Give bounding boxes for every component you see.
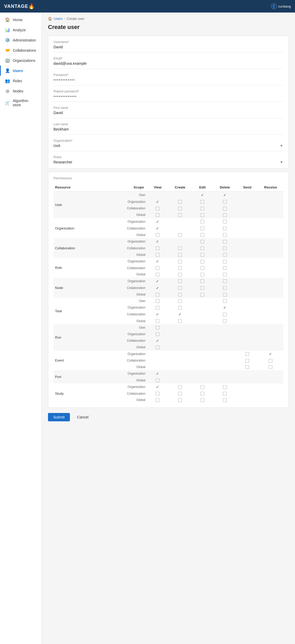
scope-cell: Own — [104, 298, 147, 304]
password-value[interactable]: •••••••••••• — [53, 78, 283, 82]
organization-label: Organization* — [53, 139, 283, 143]
resource-cell: Organization — [53, 218, 104, 238]
scope-cell: Collaboration — [104, 205, 147, 212]
scope-cell: Organization — [104, 278, 147, 285]
app-layout: 🏠 Home 📊 Analyze ⚙️ Administration 🤝 Col… — [0, 13, 295, 644]
scope-cell: Global — [104, 251, 147, 258]
user-avatar-icon: 👤 — [271, 3, 277, 9]
scope-cell: Own — [104, 324, 147, 331]
table-row: TaskOwn — [53, 298, 283, 304]
sidebar-item-organizations[interactable]: 🏢 Organizations — [0, 55, 41, 66]
organization-field: Organization* UvA ▼ — [53, 139, 283, 151]
table-row: PortOrganization✓ — [53, 370, 283, 377]
logo-text: VANTAGE — [4, 4, 28, 9]
sidebar-item-roles[interactable]: 👥 Roles — [0, 76, 41, 86]
repeat-password-value[interactable]: ••••••••••••• — [53, 94, 283, 98]
breadcrumb-users-link[interactable]: Users — [54, 17, 63, 21]
resource-cell: Task — [53, 298, 104, 324]
table-row: OrganizationOrganization✓ — [53, 218, 283, 225]
breadcrumb-separator: / — [64, 17, 65, 21]
first-name-field: First name David — [53, 106, 283, 118]
top-navigation: VANTAGE 🔥 👤 cunliang — [0, 0, 295, 13]
repeat-password-label: Repeat password* — [53, 90, 283, 93]
breadcrumb-home-icon: 🏠 — [48, 17, 52, 21]
col-header-resource: Resource — [53, 183, 104, 192]
sidebar-item-administration[interactable]: ⚙️ Administration — [0, 35, 41, 45]
resource-cell: Run — [53, 324, 104, 350]
logo[interactable]: VANTAGE 🔥 — [4, 3, 35, 9]
col-header-create: Create — [168, 183, 192, 192]
cancel-button[interactable]: Cancel — [73, 413, 93, 421]
sidebar-label-organizations: Organizations — [13, 58, 35, 63]
scope-cell: Organization — [104, 304, 147, 311]
organization-icon: 🏢 — [5, 58, 10, 63]
sidebar-label-home: Home — [13, 18, 22, 22]
table-row: RunOwn — [53, 324, 283, 331]
user-menu[interactable]: 👤 cunliang — [271, 3, 291, 9]
scope-cell: Global — [104, 364, 147, 370]
scope-cell: Global — [104, 377, 147, 383]
sidebar-item-algorithm-store[interactable]: 🛒 Algorithm store — [0, 96, 41, 110]
breadcrumb-current: Create user — [67, 17, 85, 21]
scope-cell: Global — [104, 344, 147, 351]
sidebar-item-users[interactable]: 👤 Users — [0, 66, 41, 76]
action-buttons: Submit Cancel — [48, 413, 289, 421]
chevron-down-icon: ▼ — [280, 144, 283, 148]
scope-cell: Organization — [104, 383, 147, 390]
username-label: Username* — [53, 40, 283, 44]
home-icon: 🏠 — [5, 17, 10, 22]
sidebar: 🏠 Home 📊 Analyze ⚙️ Administration 🤝 Col… — [0, 13, 42, 644]
resource-cell: Port — [53, 370, 104, 383]
email-label: Email* — [53, 57, 283, 60]
submit-button[interactable]: Submit — [48, 413, 70, 421]
col-header-view: View — [147, 183, 168, 192]
last-name-value[interactable]: Beckham — [53, 127, 283, 131]
table-row: UserOwn✓✓ — [53, 192, 283, 199]
collaboration-icon: 🤝 — [5, 48, 10, 53]
sidebar-item-home[interactable]: 🏠 Home — [0, 15, 41, 25]
table-row: CollaborationOrganization✓ — [53, 238, 283, 245]
username-field: Username* David — [53, 40, 283, 52]
scope-cell: Collaboration — [104, 390, 147, 397]
sidebar-item-analyze[interactable]: 📊 Analyze — [0, 25, 41, 35]
scope-cell: Global — [104, 397, 147, 403]
roles-select[interactable]: Researcher ▼ — [53, 160, 283, 164]
users-icon: 👤 — [5, 68, 10, 73]
repeat-password-field: Repeat password* ••••••••••••• — [53, 90, 283, 102]
resource-cell: Role — [53, 258, 104, 278]
sidebar-item-collaborations[interactable]: 🤝 Collaborations — [0, 45, 41, 55]
organization-select[interactable]: UvA ▼ — [53, 144, 283, 148]
sidebar-label-administration: Administration — [13, 38, 36, 42]
first-name-label: First name — [53, 106, 283, 110]
scope-cell: Organization — [104, 258, 147, 265]
table-row: NodeOrganization✓ — [53, 278, 283, 285]
scope-cell: Collaboration — [104, 265, 147, 271]
email-value[interactable]: david@uva.example — [53, 61, 283, 66]
permissions-table: Resource Scope View Create Edit Delete S… — [53, 183, 283, 403]
permissions-title: Permissions — [53, 176, 283, 180]
page-title: Create user — [48, 24, 289, 31]
sidebar-item-nodes[interactable]: ◎ Nodes — [0, 86, 41, 96]
resource-cell: Event — [53, 351, 104, 370]
algorithm-store-icon: 🛒 — [5, 101, 10, 105]
scope-cell: Organization — [104, 218, 147, 225]
scope-cell: Organization — [104, 198, 147, 205]
col-header-send: Send — [237, 183, 258, 192]
scope-cell: Global — [104, 318, 147, 324]
breadcrumb: 🏠 Users / Create user — [48, 17, 289, 21]
last-name-label: Last name — [53, 122, 283, 126]
scope-cell: Global — [104, 271, 147, 278]
scope-cell: Collaboration — [104, 245, 147, 251]
email-field: Email* david@uva.example — [53, 57, 283, 69]
analyze-icon: 📊 — [5, 27, 10, 32]
scope-cell: Global — [104, 212, 147, 218]
sidebar-label-users: Users — [13, 69, 23, 73]
table-row: RoleOrganization✓ — [53, 258, 283, 265]
scope-cell: Global — [104, 291, 147, 298]
username-value[interactable]: David — [53, 45, 283, 49]
scope-cell: Collaboration — [104, 225, 147, 232]
resource-cell: User — [53, 192, 104, 218]
permissions-section: Permissions Resource Scope View Create E… — [48, 172, 289, 408]
sidebar-label-collaborations: Collaborations — [13, 48, 36, 52]
first-name-value[interactable]: David — [53, 111, 283, 115]
